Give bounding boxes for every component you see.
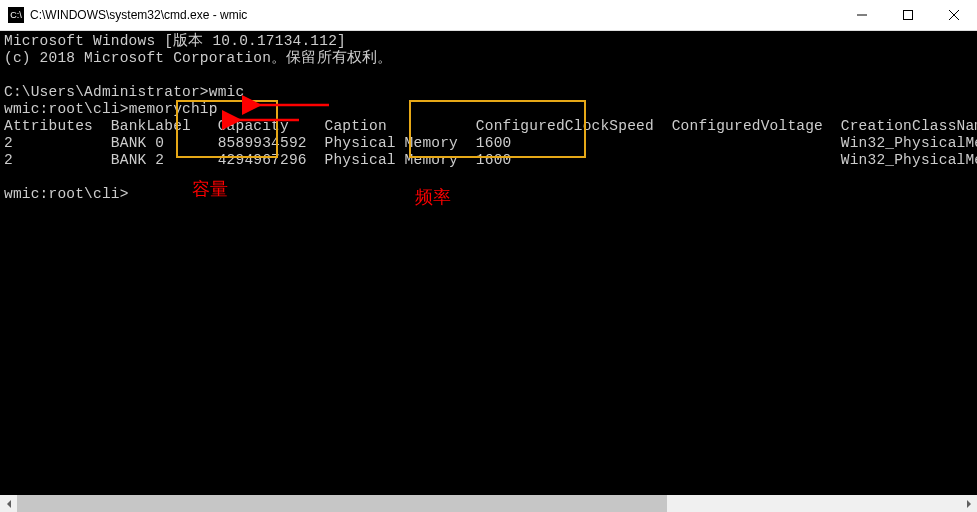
- maximize-button[interactable]: [885, 0, 931, 30]
- svg-rect-0: [904, 11, 913, 20]
- cell: 8589934592: [218, 135, 307, 151]
- cell: Physical Memory: [325, 152, 459, 168]
- copyright-line: (c) 2018 Microsoft Corporation。保留所有权利。: [4, 50, 393, 66]
- wmic-command: memorychip: [129, 101, 218, 117]
- cell: Win32_PhysicalMemory: [841, 135, 977, 151]
- cell: BANK 2: [111, 152, 164, 168]
- cell: 2: [4, 135, 13, 151]
- terminal-output[interactable]: Microsoft Windows [版本 10.0.17134.112] (c…: [0, 31, 977, 498]
- col-attributes: Attributes: [4, 118, 93, 134]
- cell: 4294967296: [218, 152, 307, 168]
- col-voltage: ConfiguredVoltage: [672, 118, 823, 134]
- col-class: CreationClassName: [841, 118, 977, 134]
- cell: 2: [4, 152, 13, 168]
- close-button[interactable]: [931, 0, 977, 30]
- horizontal-scrollbar[interactable]: [0, 495, 977, 512]
- cell: 1600: [476, 152, 512, 168]
- cell: 1600: [476, 135, 512, 151]
- wmic-prompt: wmic:root\cli>: [4, 101, 129, 117]
- annotation-label-capacity: 容量: [192, 181, 228, 198]
- scroll-track[interactable]: [17, 495, 960, 512]
- col-clock: ConfiguredClockSpeed: [476, 118, 654, 134]
- cell: Win32_PhysicalMemory: [841, 152, 977, 168]
- window-title: C:\WINDOWS\system32\cmd.exe - wmic: [30, 8, 247, 22]
- annotation-label-clock: 频率: [415, 189, 451, 206]
- cell: BANK 0: [111, 135, 164, 151]
- window-titlebar: C:\ C:\WINDOWS\system32\cmd.exe - wmic: [0, 0, 977, 31]
- cell: Physical Memory: [325, 135, 459, 151]
- scroll-right-button[interactable]: [960, 495, 977, 512]
- scroll-thumb[interactable]: [17, 495, 667, 512]
- col-capacity: Capacity: [218, 118, 289, 134]
- version-line: Microsoft Windows [版本 10.0.17134.112]: [4, 33, 346, 49]
- user-command: wmic: [209, 84, 245, 100]
- final-prompt: wmic:root\cli>: [4, 186, 129, 202]
- col-banklabel: BankLabel: [111, 118, 191, 134]
- minimize-button[interactable]: [839, 0, 885, 30]
- user-prompt: C:\Users\Administrator>: [4, 84, 209, 100]
- cmd-icon: C:\: [8, 7, 24, 23]
- col-caption: Caption: [325, 118, 387, 134]
- scroll-left-button[interactable]: [0, 495, 17, 512]
